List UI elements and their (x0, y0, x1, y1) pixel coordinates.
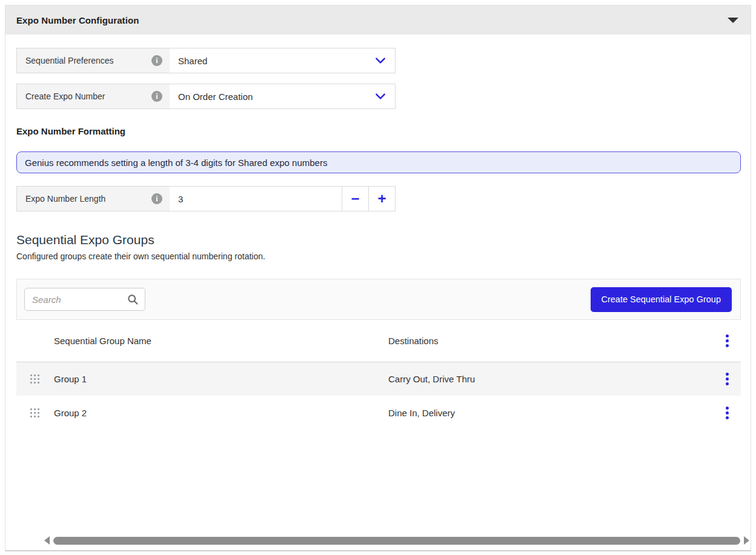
search-icon[interactable] (127, 293, 139, 305)
increment-button[interactable]: + (368, 187, 395, 211)
table-row: Group 2 Dine In, Delivery (16, 396, 741, 430)
search-box[interactable] (24, 288, 145, 311)
drag-handle-icon[interactable] (30, 374, 40, 384)
decrement-button[interactable]: − (342, 187, 368, 211)
table-menu-icon[interactable] (723, 332, 731, 350)
chevron-down-icon (374, 55, 386, 67)
group-destinations: Carry Out, Drive Thru (388, 374, 713, 384)
panel-header[interactable]: Expo Number Configuration (5, 5, 751, 35)
info-icon[interactable]: i (151, 91, 162, 102)
collapse-caret-icon[interactable] (728, 18, 738, 23)
sequential-preferences-label-cell: Sequential Preferences i (17, 48, 170, 73)
create-expo-number-row: Create Expo Number i On Order Creation (16, 84, 396, 109)
create-expo-number-value: On Order Creation (178, 91, 374, 102)
sequential-expo-groups-subtitle: Configured groups create their own seque… (16, 251, 740, 261)
recommendation-banner-text: Genius recommends setting a length of 3-… (25, 158, 327, 168)
table-row: Group 1 Carry Out, Drive Thru (16, 362, 741, 396)
row-menu-icon[interactable] (723, 404, 731, 422)
sequential-preferences-label: Sequential Preferences (25, 56, 151, 65)
group-name: Group 1 (54, 374, 388, 384)
group-destinations: Dine In, Delivery (388, 408, 713, 418)
drag-handle-icon[interactable] (30, 408, 40, 418)
sequential-expo-groups-title: Sequential Expo Groups (16, 233, 740, 247)
create-expo-number-dropdown[interactable]: On Order Creation (170, 84, 395, 108)
scroll-right-icon[interactable] (744, 536, 749, 545)
create-expo-number-label: Create Expo Number (25, 91, 151, 101)
groups-table-header: Sequential Group Name Destinations (16, 320, 741, 362)
column-header-destinations: Destinations (388, 336, 713, 346)
column-header-name: Sequential Group Name (54, 336, 388, 346)
chevron-down-icon (374, 90, 386, 102)
recommendation-banner: Genius recommends setting a length of 3-… (16, 151, 741, 173)
sequential-preferences-value: Shared (178, 56, 374, 66)
scroll-left-icon[interactable] (44, 536, 50, 545)
expo-number-length-label: Expo Number Length (25, 194, 151, 204)
row-menu-icon[interactable] (723, 370, 731, 388)
group-name: Group 2 (54, 408, 388, 418)
create-sequential-expo-group-button[interactable]: Create Sequential Expo Group (591, 287, 732, 312)
sequential-preferences-dropdown[interactable]: Shared (170, 48, 395, 73)
sequential-preferences-row: Sequential Preferences i Shared (16, 48, 396, 73)
expo-number-length-label-cell: Expo Number Length i (17, 187, 170, 211)
expo-number-length-input[interactable] (178, 194, 333, 204)
expo-number-length-row: Expo Number Length i − + (16, 186, 396, 211)
expo-number-formatting-heading: Expo Number Formatting (16, 126, 740, 136)
info-icon[interactable]: i (151, 55, 162, 66)
search-input[interactable] (32, 294, 127, 305)
horizontal-scrollbar[interactable] (44, 536, 749, 545)
info-icon[interactable]: i (151, 193, 162, 204)
scrollbar-thumb[interactable] (53, 537, 740, 545)
create-expo-number-label-cell: Create Expo Number i (17, 84, 170, 108)
panel-title: Expo Number Configuration (16, 15, 139, 25)
groups-toolbar: Create Sequential Expo Group (16, 279, 741, 320)
expo-number-configuration-panel: Expo Number Configuration Sequential Pre… (5, 5, 751, 551)
